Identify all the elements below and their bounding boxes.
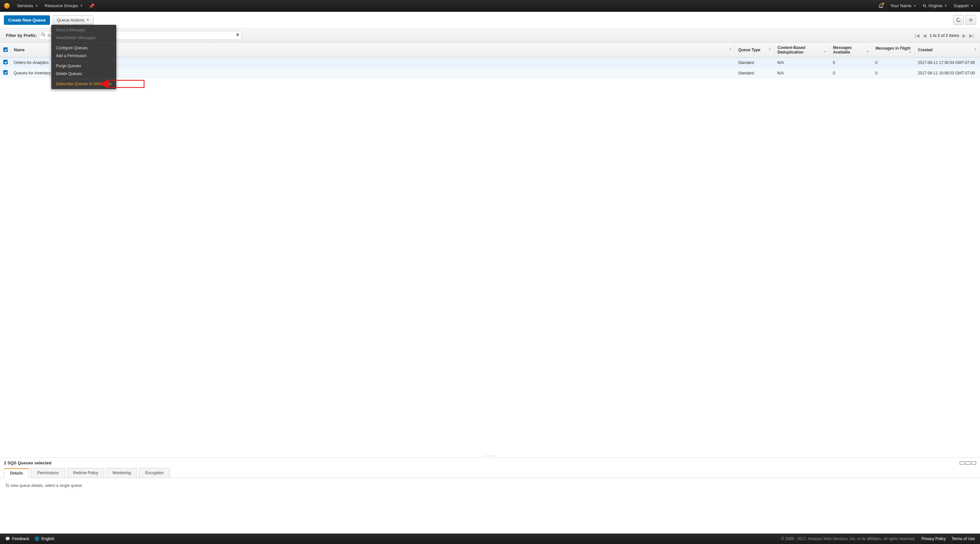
cell-flight: 0 xyxy=(872,68,915,78)
clear-filter-icon[interactable]: ✕ xyxy=(236,32,239,37)
menu-separator xyxy=(51,79,116,79)
nav-support[interactable]: Support▼ xyxy=(951,0,977,11)
page-prev-icon[interactable]: ◀ xyxy=(923,33,926,38)
svg-point-3 xyxy=(41,33,44,36)
nav-region[interactable]: N. Virginia▼ xyxy=(920,0,951,11)
sort-icon: ▾ xyxy=(824,50,826,53)
feedback-link[interactable]: Feedback xyxy=(12,536,29,541)
page-first-icon[interactable]: |◀ xyxy=(915,33,920,38)
sort-icon: ▾ xyxy=(769,48,771,51)
col-header-avail[interactable]: Messages Available▾ xyxy=(830,43,872,57)
privacy-link[interactable]: Privacy Policy xyxy=(921,536,946,541)
layout-split-icon[interactable] xyxy=(966,462,970,465)
caret-down-icon: ▼ xyxy=(970,4,974,8)
svg-point-2 xyxy=(970,19,972,21)
menu-add-permission[interactable]: Add a Permission xyxy=(51,52,116,60)
page-range-label: 1 to 2 of 2 items xyxy=(930,33,959,38)
caret-down-icon: ▼ xyxy=(35,4,38,8)
filter-label: Filter by Prefix: xyxy=(6,33,37,38)
cell-dedup: N/A xyxy=(774,57,830,68)
footer: 💬 Feedback 🌐 English © 2008 - 2017, Amaz… xyxy=(0,534,980,544)
queue-actions-button[interactable]: Queue Actions▼ xyxy=(52,15,94,25)
caret-down-icon: ▼ xyxy=(913,4,916,8)
table-row[interactable]: Queues-for-Inventory Standard N/A 0 0 20… xyxy=(0,68,980,78)
sort-icon: ▾ xyxy=(910,51,911,54)
col-header-dedup[interactable]: Content-Based Deduplication▾ xyxy=(774,43,830,57)
toolbar: Create New Queue Queue Actions▼ Send a M… xyxy=(0,12,980,29)
notifications-icon[interactable] xyxy=(875,0,887,11)
tab-details[interactable]: Details xyxy=(4,468,29,478)
col-header-checkbox[interactable] xyxy=(0,43,10,57)
table-row[interactable]: Orders-for-Analytics Standard N/A 0 0 20… xyxy=(0,57,980,68)
menu-separator xyxy=(51,43,116,43)
layout-toggle[interactable] xyxy=(960,462,976,465)
notification-dot xyxy=(882,3,884,5)
pane-splitter[interactable]: ● ● ● xyxy=(0,454,980,458)
page-next-icon[interactable]: ▶ xyxy=(963,33,966,38)
pin-icon[interactable]: 📌 xyxy=(86,3,97,8)
queue-actions-menu: Send a Message View/Delete Messages Conf… xyxy=(51,25,116,89)
row-checkbox[interactable] xyxy=(3,60,8,64)
copyright-text: © 2008 - 2017, Amazon Web Services, Inc.… xyxy=(781,536,915,541)
globe-icon: 🌐 xyxy=(35,536,40,541)
layout-bottom-icon[interactable] xyxy=(960,462,964,465)
cell-dedup: N/A xyxy=(774,68,830,78)
terms-link[interactable]: Terms of Use xyxy=(951,536,975,541)
feedback-icon[interactable]: 💬 xyxy=(5,536,10,541)
filter-bar: Filter by Prefix: ✕ |◀ ◀ 1 to 2 of 2 ite… xyxy=(0,29,980,43)
menu-delete-queues[interactable]: Delete Queues xyxy=(51,70,116,78)
sort-icon: ▾ xyxy=(867,50,869,53)
sort-icon: ▾ xyxy=(975,48,977,51)
tab-encryption[interactable]: Encryption xyxy=(139,468,170,478)
cell-name: Queues-for-Inventory xyxy=(10,68,735,78)
svg-line-4 xyxy=(44,36,45,37)
create-queue-button[interactable]: Create New Queue xyxy=(4,15,50,25)
col-header-type[interactable]: Queue Type▾ xyxy=(735,43,774,57)
cell-name: Orders-for-Analytics xyxy=(10,57,735,68)
select-all-checkbox[interactable] xyxy=(3,47,8,52)
detail-body: To view queue details, select a single q… xyxy=(0,478,980,534)
layout-full-icon[interactable] xyxy=(972,462,976,465)
page-last-icon[interactable]: ▶| xyxy=(969,33,974,38)
cell-type: Standard xyxy=(735,57,774,68)
col-header-name[interactable]: Name▾ xyxy=(10,43,735,57)
queue-table-wrap: Name▾ Queue Type▾ Content-Based Deduplic… xyxy=(0,43,980,454)
cell-type: Standard xyxy=(735,68,774,78)
tab-monitoring[interactable]: Monitoring xyxy=(106,468,137,478)
detail-header: 2 SQS Queues selected xyxy=(0,458,980,465)
cell-flight: 0 xyxy=(872,57,915,68)
menu-purge-queues[interactable]: Purge Queues xyxy=(51,62,116,70)
menu-configure-queues[interactable]: Configure Queues xyxy=(51,44,116,52)
col-header-created[interactable]: Created▾ xyxy=(915,43,980,57)
sort-icon: ▾ xyxy=(730,48,732,51)
row-checkbox[interactable] xyxy=(3,70,8,75)
tab-redrive[interactable]: Redrive Policy xyxy=(67,468,105,478)
language-link[interactable]: English xyxy=(41,536,54,541)
global-nav: Services▼ Resource Groups▼ 📌 Your Name▼ … xyxy=(0,0,980,12)
pagination: |◀ ◀ 1 to 2 of 2 items ▶ ▶| xyxy=(915,33,974,38)
search-icon xyxy=(41,32,45,38)
caret-down-icon: ▼ xyxy=(80,4,83,8)
refresh-button[interactable] xyxy=(953,15,964,25)
caret-down-icon: ▼ xyxy=(944,4,947,8)
nav-services[interactable]: Services▼ xyxy=(14,0,41,11)
cell-created: 2017-08-11 16:56:03 GMT-07:00 xyxy=(915,68,980,78)
detail-tabs: Details Permissions Redrive Policy Monit… xyxy=(0,468,980,478)
cell-created: 2017-08-11 17:30:54 GMT-07:00 xyxy=(915,57,980,68)
caret-down-icon: ▼ xyxy=(86,18,89,22)
tab-permissions[interactable]: Permissions xyxy=(31,468,65,478)
settings-button[interactable] xyxy=(966,15,976,25)
menu-view-delete-messages: View/Delete Messages xyxy=(51,34,116,42)
queue-table: Name▾ Queue Type▾ Content-Based Deduplic… xyxy=(0,43,980,78)
menu-send-message: Send a Message xyxy=(51,26,116,34)
col-header-flight[interactable]: Messages in Flight▾ xyxy=(872,43,915,57)
cell-avail: 0 xyxy=(830,57,872,68)
menu-subscribe-sns[interactable]: Subscribe Queues to SNS Topic xyxy=(51,80,116,88)
nav-resource-groups[interactable]: Resource Groups▼ xyxy=(41,0,86,11)
selection-count-label: 2 SQS Queues selected xyxy=(4,460,51,465)
cell-avail: 0 xyxy=(830,68,872,78)
nav-account[interactable]: Your Name▼ xyxy=(887,0,919,11)
menu-separator xyxy=(51,61,116,61)
aws-logo[interactable] xyxy=(3,2,10,10)
